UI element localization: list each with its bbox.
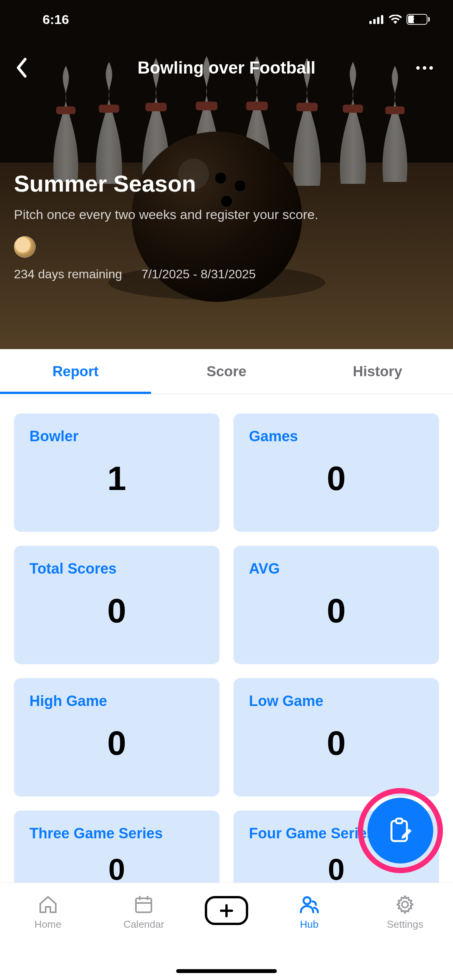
plus-icon [205,896,248,925]
stat-value: 0 [29,591,204,630]
record-score-fab[interactable] [367,798,433,863]
participant-avatar[interactable] [14,236,36,258]
stat-value: 0 [249,723,424,763]
tabbar-item-settings[interactable]: Settings [370,894,440,930]
svg-rect-17 [373,19,376,24]
tabbar-item-hub[interactable]: Hub [275,894,344,930]
svg-rect-3 [99,105,119,113]
tab-label: History [353,363,402,380]
svg-rect-18 [377,17,379,24]
stat-card-three-game-series: Three Game Series 0 [14,810,220,883]
stat-card-avg: AVG 0 [233,546,439,664]
season-description: Pitch once every two weeks and register … [14,205,347,224]
svg-rect-5 [196,102,218,110]
stat-value: 0 [29,852,204,883]
svg-rect-16 [369,21,372,24]
stat-card-bowler: Bowler 1 [14,413,220,532]
stat-value: 1 [29,459,204,498]
svg-point-28 [304,897,311,904]
tab-label: Score [207,363,247,380]
stat-value: 0 [249,459,424,498]
stat-label: Bowler [29,428,204,445]
back-button[interactable] [9,54,33,81]
hero-banner: 6:16 29 Bowling over Football Summer Sea… [0,0,453,349]
svg-rect-8 [343,105,363,113]
home-icon [37,894,59,915]
calendar-icon [133,894,154,915]
svg-rect-22 [136,898,151,912]
tabbar-label: Calendar [124,918,165,930]
stat-label: Low Game [249,693,424,709]
date-range: 7/1/2025 - 8/31/2025 [141,267,256,281]
people-icon [299,894,320,915]
home-indicator[interactable] [176,969,277,973]
tabbar-label: Settings [387,918,423,930]
stat-label: AVG [249,560,424,577]
svg-rect-7 [297,103,318,111]
stat-card-total-scores: Total Scores 0 [14,546,220,664]
stat-label: Games [249,428,424,445]
more-icon [416,66,420,70]
stat-value: 0 [29,723,204,763]
tabbar-item-home[interactable]: Home [13,894,83,930]
more-options-button[interactable] [413,56,436,79]
stat-label: High Game [29,693,204,709]
tab-report[interactable]: Report [0,349,151,394]
svg-rect-9 [385,106,405,114]
season-title: Summer Season [14,170,439,197]
nav-bar: Bowling over Football [0,58,453,77]
svg-rect-2 [56,106,76,114]
svg-rect-21 [396,819,402,823]
chevron-left-icon [15,58,27,78]
gear-icon [394,894,416,915]
tab-label: Report [52,363,98,380]
svg-rect-6 [246,102,268,110]
stat-label: Three Game Series [29,825,204,842]
cellular-signal-icon [369,15,384,24]
tabbar-item-add[interactable] [205,894,248,925]
stat-card-low-game: Low Game 0 [233,678,439,797]
page-title: Bowling over Football [137,58,316,77]
svg-rect-4 [146,103,167,111]
section-tabs: Report Score History [0,349,453,394]
days-remaining: 234 days remaining [14,267,122,281]
clipboard-edit-icon [385,816,415,846]
battery-indicator: 29 [407,14,430,25]
fab-highlight-ring [358,788,443,873]
wifi-icon [389,15,402,24]
tab-history[interactable]: History [302,349,453,394]
tabbar-item-calendar[interactable]: Calendar [109,894,178,930]
tab-score[interactable]: Score [151,349,302,394]
tabbar-label: Home [34,918,61,930]
stat-label: Total Scores [29,560,204,577]
stat-card-high-game: High Game 0 [14,678,220,797]
svg-point-29 [402,901,408,908]
svg-rect-19 [381,15,383,24]
status-bar: 6:16 29 [0,0,453,39]
bottom-tab-bar: Home Calendar Hub Settings [0,882,453,980]
stat-card-games: Games 0 [233,413,439,532]
stat-value: 0 [249,591,424,630]
status-time: 6:16 [43,12,69,27]
tabbar-label: Hub [300,918,319,930]
